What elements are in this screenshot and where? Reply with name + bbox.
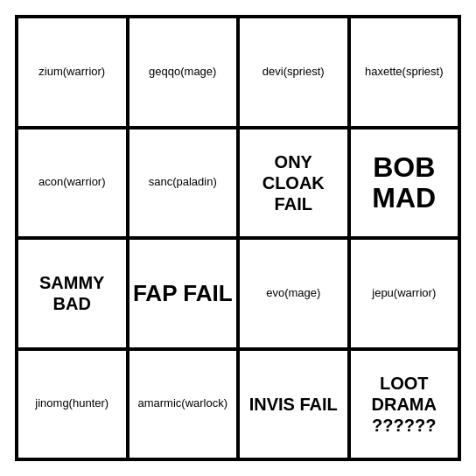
cell-r0c1: geqqo(mage)	[128, 17, 239, 128]
cell-r3c1: amarmic(warlock)	[128, 349, 239, 460]
cell-text-r0c1: geqqo(mage)	[149, 65, 216, 80]
cell-text-r0c3: haxette(spriest)	[365, 65, 444, 80]
cell-r0c2: devi(spriest)	[238, 17, 349, 128]
cell-r1c3: BOB MAD	[349, 128, 460, 239]
cell-text-r3c1: amarmic(warlock)	[137, 396, 228, 411]
cell-text-r1c1: sanc(paladin)	[149, 175, 217, 190]
bingo-board: zium(warrior)geqqo(mage)devi(spriest)hax…	[15, 15, 461, 461]
cell-text-r3c0: jinomg(hunter)	[35, 396, 108, 411]
cell-r0c3: haxette(spriest)	[349, 17, 460, 128]
cell-text-r2c3: jepu(warrior)	[372, 286, 436, 301]
cell-r3c0: jinomg(hunter)	[17, 349, 128, 460]
cell-text-r3c3: LOOT DRAMA ??????	[354, 373, 455, 436]
cell-text-r0c0: zium(warrior)	[38, 65, 105, 80]
cell-text-r2c0: SAMMY BAD	[22, 272, 122, 314]
cell-r1c0: acon(warrior)	[17, 128, 128, 239]
cell-r2c1: FAP FAIL	[128, 238, 239, 349]
cell-r1c1: sanc(paladin)	[128, 128, 239, 239]
cell-r1c2: ONY CLOAK FAIL	[238, 128, 349, 239]
cell-text-r3c2: INVIS FAIL	[249, 394, 338, 415]
cell-text-r1c0: acon(warrior)	[38, 175, 106, 190]
cell-r0c0: zium(warrior)	[17, 17, 128, 128]
cell-r2c2: evo(mage)	[238, 238, 349, 349]
cell-text-r1c2: ONY CLOAK FAIL	[243, 151, 344, 214]
cell-r2c3: jepu(warrior)	[349, 238, 460, 349]
cell-text-r2c2: evo(mage)	[266, 286, 320, 301]
cell-text-r0c2: devi(spriest)	[262, 65, 325, 80]
cell-r2c0: SAMMY BAD	[17, 238, 128, 349]
cell-r3c3: LOOT DRAMA ??????	[349, 349, 460, 460]
cell-text-r2c1: FAP FAIL	[133, 280, 233, 307]
cell-r3c2: INVIS FAIL	[238, 349, 349, 460]
cell-text-r1c3: BOB MAD	[354, 152, 455, 214]
